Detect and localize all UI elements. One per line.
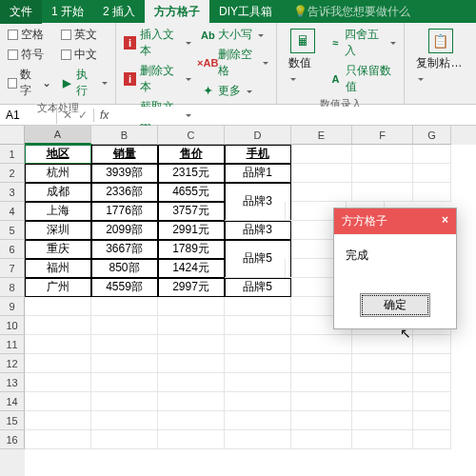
cell[interactable]: 品牌5 [225,278,291,297]
exec-button[interactable]: ▶执行 [61,67,108,99]
chk-chinese[interactable]: 中文 [61,47,108,63]
delete-text-button[interactable]: i删除文本 [124,63,191,95]
cell[interactable] [91,335,158,354]
cell[interactable] [25,335,91,354]
cancel-icon[interactable]: ✕ [63,109,72,122]
cell[interactable] [352,411,413,430]
cell[interactable]: 成都 [25,183,91,202]
cell[interactable]: 广州 [25,278,91,297]
tab-insert[interactable]: 2 插入 [93,0,145,24]
cell[interactable]: 福州 [25,259,91,278]
cell[interactable] [291,354,352,373]
header-cell[interactable]: 销量 [91,145,158,164]
cell[interactable] [225,202,286,221]
cell[interactable] [413,164,451,183]
row-header[interactable]: 3 [0,183,25,202]
cell[interactable] [352,354,413,373]
cell[interactable] [225,411,291,430]
cell[interactable] [91,392,158,411]
cell[interactable] [91,354,158,373]
cell[interactable] [25,373,91,392]
row-header[interactable]: 9 [0,297,25,316]
cell[interactable] [352,392,413,411]
tab-fangfang[interactable]: 方方格子 [145,0,209,24]
cell[interactable]: 杭州 [25,164,91,183]
cell[interactable] [291,430,352,449]
cell[interactable] [158,297,225,316]
col-header-B[interactable]: B [91,126,158,145]
row-header[interactable]: 10 [0,316,25,335]
cell[interactable] [413,373,451,392]
row-header[interactable]: 5 [0,221,25,240]
keepnum-button[interactable]: A只保留数值 [329,63,396,95]
row-header[interactable]: 11 [0,335,25,354]
cell[interactable] [413,183,451,202]
cell[interactable] [158,373,225,392]
cell[interactable] [352,145,413,164]
cell[interactable] [25,354,91,373]
cell[interactable] [91,411,158,430]
enter-icon[interactable]: ✓ [78,109,88,122]
header-cell[interactable]: 地区 [25,145,91,164]
row-header[interactable]: 13 [0,373,25,392]
cell[interactable] [291,145,352,164]
col-header-F[interactable]: F [352,126,413,145]
cell[interactable]: 上海 [25,202,91,221]
cell[interactable]: 2997元 [158,278,225,297]
cell[interactable]: 1776部 [91,202,158,221]
chk-number[interactable]: 数字⌄ [8,67,51,99]
name-box[interactable]: A1 [0,107,57,124]
delspace-button[interactable]: ×AB删除空格 [201,47,268,79]
cell[interactable]: 850部 [91,259,158,278]
cell[interactable] [291,183,352,202]
cell[interactable]: 品牌3 [225,221,291,240]
cell[interactable] [291,373,352,392]
cell[interactable] [352,430,413,449]
tab-diy[interactable]: DIY工具箱 [209,0,282,24]
cell[interactable] [352,373,413,392]
tell-me-input[interactable]: 告诉我您想要做什么 [307,4,410,20]
cell[interactable]: 4559部 [91,278,158,297]
cell[interactable]: 2099部 [91,221,158,240]
cell[interactable]: 品牌1 [225,164,291,183]
cell[interactable] [352,183,413,202]
cell[interactable] [291,164,352,183]
header-cell[interactable]: 售价 [158,145,225,164]
col-header-C[interactable]: C [158,126,225,145]
cell[interactable] [91,373,158,392]
cell[interactable] [291,392,352,411]
cell[interactable] [225,392,291,411]
cell[interactable] [158,316,225,335]
row-header[interactable]: 6 [0,240,25,259]
col-header-A[interactable]: A [25,126,91,145]
col-header-E[interactable]: E [291,126,352,145]
round-button[interactable]: ≈四舍五入 [329,27,396,59]
cell[interactable] [352,164,413,183]
calc-button[interactable]: 🖩 数值 [285,27,320,95]
cell[interactable] [25,297,91,316]
cell[interactable] [158,430,225,449]
cell[interactable] [225,335,291,354]
close-icon[interactable]: × [442,213,448,229]
cell[interactable] [225,354,291,373]
cell[interactable]: 重庆 [25,240,91,259]
cell[interactable] [291,335,352,354]
row-header[interactable]: 16 [0,430,25,449]
cell[interactable] [91,316,158,335]
row-header[interactable]: 2 [0,164,25,183]
cell[interactable] [225,316,291,335]
cell[interactable] [91,430,158,449]
cell[interactable] [413,411,451,430]
cell[interactable]: 1789元 [158,240,225,259]
col-header-D[interactable]: D [225,126,291,145]
row-header[interactable]: 7 [0,259,25,278]
cell[interactable] [158,411,225,430]
cell[interactable] [413,430,451,449]
cell[interactable]: 2991元 [158,221,225,240]
cell[interactable] [413,354,451,373]
cell[interactable] [25,316,91,335]
row-header[interactable]: 1 [0,145,25,164]
case-button[interactable]: Ab大小写 [201,27,268,43]
tab-file[interactable]: 文件 [0,0,42,24]
cell[interactable] [158,335,225,354]
